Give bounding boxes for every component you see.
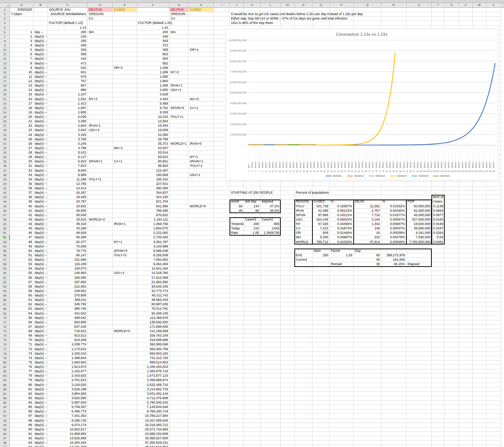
cell-F13[interactable]: 852	[137, 61, 169, 66]
cell-B22[interactable]: day(s) --	[34, 102, 48, 106]
cell-U69[interactable]	[445, 312, 459, 316]
cell-B20[interactable]: day(s) --	[34, 92, 48, 97]
cell-D57[interactable]	[88, 258, 113, 262]
cell-C18[interactable]: 867	[48, 84, 88, 88]
cell-V89[interactable]	[459, 401, 473, 405]
chart[interactable]: 10,000,000,0009,000,000,0008,000,000,000…	[225, 29, 498, 180]
cell-S42[interactable]	[406, 191, 432, 195]
cell-D7[interactable]	[88, 35, 113, 39]
cell-P59[interactable]	[330, 267, 354, 271]
cell-J93[interactable]	[230, 419, 244, 423]
cell-C12[interactable]: 416	[48, 57, 88, 61]
cell-I44[interactable]	[214, 200, 230, 204]
cell-P54[interactable]	[330, 244, 354, 249]
cell-K66[interactable]	[244, 298, 260, 302]
cell-J44[interactable]: world	[230, 200, 244, 204]
cell-W64[interactable]	[473, 289, 486, 293]
cell-E19[interactable]	[113, 88, 137, 92]
cell-W62[interactable]	[473, 280, 486, 285]
cell-H91[interactable]	[189, 409, 214, 414]
cell-L47[interactable]	[260, 213, 281, 218]
cell-B38[interactable]: day(s) --	[34, 173, 48, 177]
cell-H57[interactable]	[189, 258, 214, 262]
cell-L40[interactable]	[260, 182, 281, 186]
cell-P40[interactable]	[330, 182, 354, 186]
cell-R86[interactable]	[381, 387, 406, 392]
cell-F26[interactable]: 12,564	[137, 119, 169, 124]
cell-C53[interactable]: 62,477	[48, 240, 88, 244]
cell-C68[interactable]: 390,745	[48, 307, 88, 311]
row-header-74[interactable]: 74	[0, 334, 10, 338]
cell-L83[interactable]	[260, 374, 281, 378]
cell-E73[interactable]: WORLD+0	[113, 329, 137, 334]
cell-D77[interactable]	[88, 347, 113, 352]
cell-I56[interactable]	[214, 253, 230, 258]
cell-Q69[interactable]	[354, 312, 381, 316]
row-header-41[interactable]: 41	[0, 186, 10, 191]
cell-O51[interactable]: 606	[312, 231, 330, 235]
cell-A79[interactable]: 74	[10, 356, 34, 360]
cell-K80[interactable]	[244, 360, 260, 365]
cell-E43[interactable]	[113, 195, 137, 200]
cell-J96[interactable]	[230, 432, 244, 436]
cell-D65[interactable]	[88, 293, 113, 298]
cell-X42[interactable]	[486, 191, 501, 195]
cell-H89[interactable]	[189, 401, 214, 405]
cell-K78[interactable]	[244, 352, 260, 356]
cell-O60[interactable]	[312, 271, 330, 275]
cell-I97[interactable]	[214, 436, 230, 441]
cell-A72[interactable]: 67	[10, 325, 34, 329]
cell-G72[interactable]	[169, 325, 189, 329]
cell-B12[interactable]: day(s) --	[34, 57, 48, 61]
row-header-16[interactable]: 16	[0, 75, 10, 79]
cell-A81[interactable]: 76	[10, 365, 34, 369]
row-header-67[interactable]: 67	[0, 302, 10, 307]
cell-I84[interactable]	[214, 378, 230, 383]
cell-K46[interactable]: 86	[244, 209, 260, 213]
cell-U2[interactable]	[445, 12, 459, 17]
cell-M86[interactable]	[281, 387, 295, 392]
cell-V90[interactable]	[459, 405, 473, 409]
cell-M94[interactable]	[281, 423, 295, 427]
cell-S69[interactable]	[406, 312, 432, 316]
row-header-75[interactable]: 75	[0, 338, 10, 342]
cell-N46[interactable]: IRAN	[295, 209, 312, 213]
legend-item-Series4[interactable]: Series4	[390, 174, 406, 177]
cell-B94[interactable]: day(s) --	[34, 423, 48, 427]
cell-H46[interactable]	[189, 209, 214, 213]
cell-K62[interactable]	[244, 280, 260, 285]
cell-E6[interactable]	[113, 30, 137, 35]
cell-G28[interactable]	[169, 128, 189, 133]
cell-A26[interactable]: 21	[10, 119, 34, 124]
cell-K64[interactable]	[244, 289, 260, 293]
cell-F47[interactable]: 970,822	[137, 213, 169, 218]
cell-T98[interactable]	[432, 441, 445, 445]
cell-P42[interactable]	[330, 191, 354, 195]
cell-O70[interactable]	[312, 316, 330, 320]
cell-Q99[interactable]	[354, 445, 381, 447]
cell-G18[interactable]: IRAN+1	[169, 84, 189, 88]
cell-A7[interactable]: 2	[10, 35, 34, 39]
cell-T61[interactable]	[432, 276, 445, 280]
cell-N41[interactable]	[295, 186, 312, 191]
cell-F36[interactable]: 99,583	[137, 164, 169, 168]
cell-W48[interactable]	[473, 218, 486, 222]
cell-K59[interactable]	[244, 267, 260, 271]
cell-L54[interactable]	[260, 244, 281, 249]
cell-N58[interactable]	[295, 262, 312, 267]
cell-D37[interactable]	[88, 169, 113, 173]
cell-C55[interactable]: 79,776	[48, 249, 88, 253]
column-header-J[interactable]: J	[230, 3, 244, 8]
cell-C87[interactable]: 3,984,593	[48, 392, 88, 396]
cell-W80[interactable]	[473, 360, 486, 365]
cell-F69[interactable]: 92,268,193	[137, 312, 169, 316]
cell-J55[interactable]	[230, 249, 244, 253]
cell-N45[interactable]: ITALY	[295, 204, 312, 209]
cell-J73[interactable]	[230, 329, 244, 334]
cell-B24[interactable]: day(s) --	[34, 110, 48, 115]
cell-E30[interactable]	[113, 137, 137, 142]
cell-D3[interactable]: CA	[88, 17, 113, 21]
cell-S84[interactable]	[406, 378, 432, 383]
cell-D51[interactable]	[88, 231, 113, 235]
cell-U90[interactable]	[445, 405, 459, 409]
